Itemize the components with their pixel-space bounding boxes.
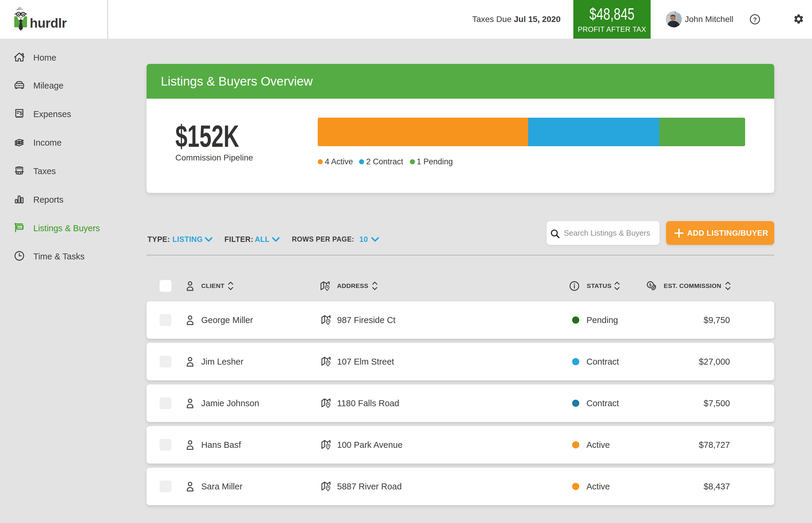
svg-text:$: $ bbox=[649, 282, 652, 287]
svg-text:SALE: SALE bbox=[16, 226, 24, 229]
svg-text:$: $ bbox=[20, 111, 22, 116]
svg-text:hurdlr: hurdlr bbox=[30, 16, 67, 30]
svg-text:?: ? bbox=[753, 16, 757, 23]
svg-text:★: ★ bbox=[17, 172, 19, 175]
svg-text:★: ★ bbox=[19, 172, 22, 175]
